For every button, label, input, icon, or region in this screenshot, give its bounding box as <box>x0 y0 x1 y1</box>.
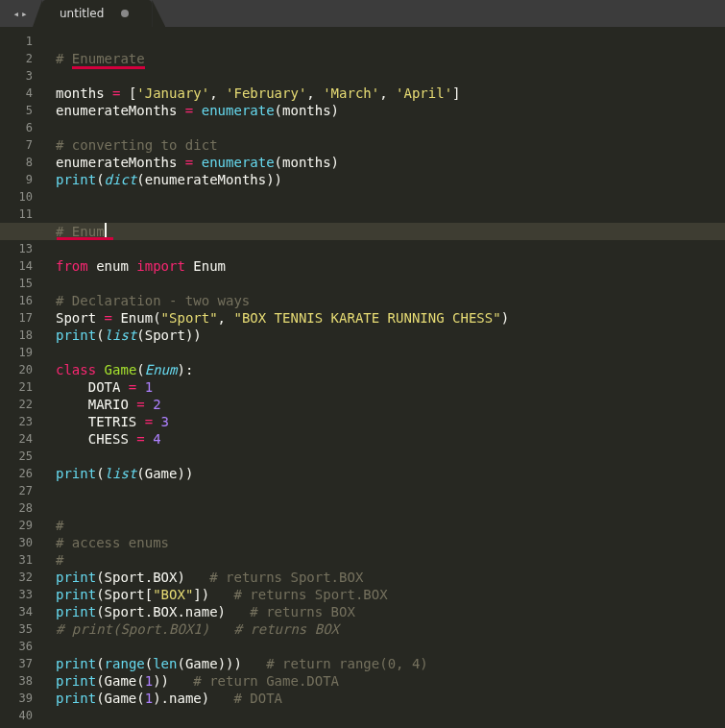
dirty-indicator-icon <box>121 10 129 17</box>
code-line[interactable]: print(Sport.BOX.name) # returns BOX <box>56 603 725 620</box>
code-line[interactable] <box>56 707 725 724</box>
line-number: 10 <box>0 188 33 206</box>
code-token: "Sport" <box>161 310 218 326</box>
line-number: 13 <box>0 240 33 257</box>
line-number: 27 <box>0 482 33 499</box>
code-line[interactable] <box>56 638 725 655</box>
tab-active[interactable]: untitled <box>42 0 152 27</box>
code-line[interactable]: enumerateMonths = enumerate(months) <box>56 102 725 119</box>
code-line[interactable] <box>56 119 725 136</box>
code-token: ( <box>145 656 153 671</box>
code-line[interactable] <box>56 499 725 517</box>
code-token: "BOX" <box>153 587 193 602</box>
code-line[interactable]: TETRIS = 3 <box>56 413 725 430</box>
code-token: enumerate <box>202 103 275 118</box>
code-line[interactable]: # Enumerate <box>56 50 725 67</box>
code-line[interactable]: print(Sport["BOX"]) # returns Sport.BOX <box>56 586 725 603</box>
code-line[interactable]: months = ['January', 'February', 'March'… <box>56 85 725 102</box>
code-line[interactable]: print(range(len(Game))) # return range(0… <box>56 655 725 672</box>
code-token: months <box>56 85 112 101</box>
code-token <box>193 155 201 170</box>
line-number: 9 <box>0 171 33 188</box>
line-number: 24 <box>0 430 33 448</box>
code-token: print <box>56 587 96 602</box>
code-token: enumerateMonths <box>56 103 185 118</box>
code-token: (enumerateMonths)) <box>136 172 282 187</box>
code-token: # DOTA <box>233 691 282 706</box>
code-line[interactable] <box>56 240 725 257</box>
line-number: 8 <box>0 154 33 171</box>
code-token: CHESS <box>56 431 136 447</box>
code-line[interactable] <box>56 448 725 465</box>
code-token: # <box>56 51 72 66</box>
line-number: 14 <box>0 257 33 275</box>
code-line[interactable]: # <box>56 551 725 569</box>
code-token: = <box>136 397 144 412</box>
code-token: print <box>56 172 96 187</box>
line-number: 3 <box>0 67 33 85</box>
code-token: import <box>136 258 185 274</box>
code-token: enumerateMonths <box>56 155 185 170</box>
code-line[interactable]: # <box>56 517 725 534</box>
code-token <box>96 362 104 377</box>
code-line[interactable] <box>56 275 725 292</box>
code-token: # converting to dict <box>56 137 218 153</box>
code-token: # <box>56 552 63 568</box>
code-token: (Game))) <box>177 656 266 671</box>
code-line[interactable]: # Declaration - two ways <box>56 292 725 309</box>
code-line[interactable]: print(Game(1)) # return Game.DOTA <box>56 672 725 690</box>
code-line[interactable] <box>56 482 725 499</box>
code-token: # returns Sport.BOX <box>209 570 363 585</box>
code-token: 4 <box>153 431 160 447</box>
code-line[interactable]: print(Sport.BOX) # returns Sport.BOX <box>56 569 725 586</box>
code-token: ) <box>501 310 509 326</box>
code-line[interactable]: from enum import Enum <box>56 257 725 275</box>
code-line[interactable]: CHESS = 4 <box>56 430 725 448</box>
code-line[interactable]: enumerateMonths = enumerate(months) <box>56 154 725 171</box>
code-line[interactable]: DOTA = 1 <box>56 378 725 396</box>
code-line[interactable] <box>56 67 725 85</box>
code-line[interactable] <box>56 344 725 361</box>
code-line[interactable]: print(Game(1).name) # DOTA <box>56 690 725 707</box>
code-line[interactable]: # print(Sport.BOX1) # returns BOX <box>56 620 725 638</box>
code-token: 'January' <box>136 85 209 101</box>
code-token: print <box>56 673 96 689</box>
code-token: ( <box>96 466 104 481</box>
code-line[interactable]: MARIO = 2 <box>56 396 725 413</box>
line-number: 6 <box>0 119 33 136</box>
code-line[interactable]: print(list(Game)) <box>56 465 725 482</box>
code-line[interactable] <box>56 33 725 50</box>
code-line[interactable]: # converting to dict <box>56 136 725 154</box>
code-token: (months) <box>275 155 339 170</box>
tab-next-icon[interactable]: ▸ <box>21 8 28 20</box>
line-number: 17 <box>0 309 33 327</box>
code-line[interactable]: # access enums <box>56 534 725 551</box>
code-line[interactable]: Sport = Enum("Sport", "BOX TENNIS KARATE… <box>56 309 725 327</box>
line-number: 18 <box>0 327 33 344</box>
code-line[interactable]: # Enum <box>56 223 725 240</box>
code-token: # access enums <box>56 535 169 550</box>
code-line[interactable]: class Game(Enum): <box>56 361 725 378</box>
code-token: enumerate <box>202 155 275 170</box>
code-line[interactable]: print(dict(enumerateMonths)) <box>56 171 725 188</box>
code-token: )) <box>153 673 193 689</box>
line-number: 36 <box>0 638 33 655</box>
code-line[interactable] <box>56 188 725 206</box>
code-token: = <box>145 414 153 429</box>
annotation-underline <box>57 237 113 240</box>
code-token: 1 <box>145 673 153 689</box>
line-number: 5 <box>0 102 33 119</box>
line-number: 34 <box>0 603 33 620</box>
tab-prev-icon[interactable]: ◂ <box>12 8 19 20</box>
code-line[interactable] <box>56 206 725 223</box>
code-token <box>153 414 160 429</box>
code-area[interactable]: # Enumeratemonths = ['January', 'Februar… <box>40 27 725 728</box>
line-number: 39 <box>0 690 33 707</box>
code-token <box>145 397 153 412</box>
code-token: = <box>105 310 112 326</box>
code-token: 1 <box>145 379 153 395</box>
code-token: (Game)) <box>136 466 193 481</box>
code-line[interactable]: print(list(Sport)) <box>56 327 725 344</box>
code-token: # returns Sport.BOX <box>233 587 387 602</box>
code-token: print <box>56 466 96 481</box>
